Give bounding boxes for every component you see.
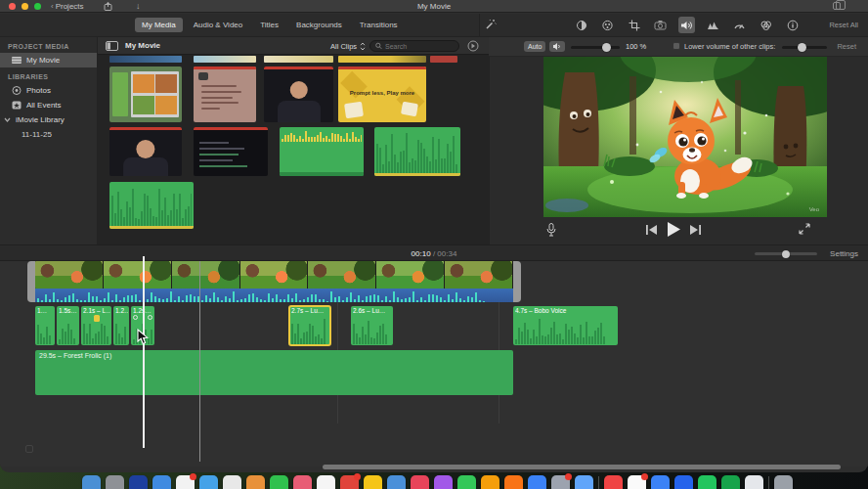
clip-filter-dropdown[interactable]: All Clips: [330, 42, 366, 51]
dock-app-icon[interactable]: [528, 475, 546, 489]
media-thumb-presenter[interactable]: [264, 67, 333, 122]
dock-app-icon[interactable]: [745, 475, 763, 489]
tab-backgrounds[interactable]: Backgrounds: [289, 18, 349, 32]
media-thumb-audio-3[interactable]: [109, 182, 194, 229]
sidebar-item-photos[interactable]: Photos: [0, 83, 97, 98]
dock-app-icon[interactable]: [457, 475, 476, 489]
next-button[interactable]: [690, 225, 701, 235]
sidebar-item-imovie-library[interactable]: iMovie Library: [0, 112, 97, 127]
volume-tool-icon[interactable]: [678, 17, 695, 33]
search-input[interactable]: [385, 43, 454, 50]
timeline-settings-button[interactable]: Settings: [830, 249, 858, 258]
sidebar-item-my-movie[interactable]: My Movie: [0, 53, 97, 67]
media-thumb-document[interactable]: [194, 67, 256, 122]
timeline-zoom-slider[interactable]: [755, 252, 817, 255]
video-clip-audio-waveform[interactable]: [35, 289, 513, 302]
clip-strip[interactable]: [109, 56, 182, 63]
media-thumb-presenter-2[interactable]: [109, 127, 182, 176]
media-thumb-slide[interactable]: Prompt less, Play more: [338, 67, 426, 122]
dock-app-icon[interactable]: [481, 475, 499, 489]
media-thumb-screenshot-grid[interactable]: [109, 67, 182, 122]
timeline-playhead[interactable]: [143, 256, 145, 448]
clip-filter-icon[interactable]: [758, 17, 774, 33]
tab-transitions[interactable]: Transitions: [353, 18, 405, 32]
color-balance-icon[interactable]: [573, 17, 589, 33]
dock-app-icon[interactable]: [82, 475, 101, 489]
dock-app-icon[interactable]: [129, 475, 148, 489]
dock-app-icon[interactable]: [293, 475, 312, 489]
timeline-audio-clip[interactable]: 2.6s – Lu…: [351, 306, 393, 345]
dock-app-icon[interactable]: [575, 475, 593, 489]
dock-app-icon[interactable]: [434, 475, 453, 489]
timeline-scrollbar[interactable]: [323, 465, 841, 469]
dock-app-icon[interactable]: [246, 475, 265, 489]
windows-icon[interactable]: [833, 2, 841, 10]
stabilization-icon[interactable]: [652, 17, 669, 33]
timeline-audio-clip[interactable]: 4.7s – Bobo Voice: [513, 306, 618, 345]
ducking-slider-knob[interactable]: [798, 43, 806, 52]
media-thumb-terminal[interactable]: [194, 127, 268, 176]
timeline-audio-clip[interactable]: 2.1s – L…: [81, 306, 111, 345]
dock-app-icon[interactable]: [698, 475, 716, 489]
timeline-zoom-knob[interactable]: [782, 250, 790, 258]
dock-app-icon[interactable]: [628, 475, 646, 489]
tab-audio-video[interactable]: Audio & Video: [187, 18, 250, 32]
dock-app-icon[interactable]: [223, 475, 241, 489]
timeline-skimmer[interactable]: [199, 261, 200, 462]
continuous-playback-icon[interactable]: [467, 40, 479, 52]
clip-trim-handle-left[interactable]: [27, 261, 35, 302]
dock-app-icon[interactable]: [651, 475, 670, 489]
dock-app-icon[interactable]: [411, 475, 429, 489]
voiceover-mic-icon[interactable]: [546, 223, 556, 237]
sidebar-item-event-date[interactable]: 11-11-25: [0, 127, 97, 142]
dock-app-icon[interactable]: [340, 475, 359, 489]
timeline-audio-clip[interactable]: 2.7s – Lu…: [289, 306, 330, 345]
tab-my-media[interactable]: My Media: [135, 18, 183, 32]
color-correction-icon[interactable]: [599, 17, 616, 33]
fullscreen-icon[interactable]: [799, 223, 810, 235]
dock-app-icon[interactable]: [176, 475, 195, 489]
noise-reduction-icon[interactable]: [705, 17, 721, 33]
dock-app-icon[interactable]: [152, 475, 171, 489]
timeline-audio-clip[interactable]: 1…: [35, 306, 55, 345]
dock-app-icon[interactable]: [774, 475, 793, 489]
volume-slider[interactable]: [571, 46, 620, 49]
video-clip-filmstrip[interactable]: [35, 261, 513, 289]
music-clip[interactable]: 29.5s – Forest Frolic (1): [35, 350, 513, 395]
clip-strip[interactable]: [194, 56, 256, 63]
reset-all-button[interactable]: Reset All: [829, 21, 858, 29]
info-icon[interactable]: [784, 17, 801, 33]
auto-volume-button[interactable]: Auto: [524, 41, 545, 52]
crop-icon[interactable]: [626, 17, 642, 33]
dock-app-icon[interactable]: [270, 475, 288, 489]
dock-app-icon[interactable]: [674, 475, 693, 489]
dock-app-icon[interactable]: [364, 475, 382, 489]
timeline-audio-clip[interactable]: 1.5s…: [57, 306, 79, 345]
dock-app-icon[interactable]: [551, 475, 570, 489]
dock-app-icon[interactable]: [721, 475, 740, 489]
sidebar-item-all-events[interactable]: All Events: [0, 98, 97, 112]
tab-titles[interactable]: Titles: [253, 18, 285, 32]
dock-app-icon[interactable]: [604, 475, 623, 489]
media-thumb-audio-1[interactable]: [280, 127, 364, 176]
dock-app-icon[interactable]: [317, 475, 335, 489]
ducking-slider[interactable]: [782, 46, 827, 49]
volume-reset-button[interactable]: Reset: [837, 42, 856, 51]
enhance-wand-icon[interactable]: [485, 19, 497, 30]
previous-button[interactable]: [646, 225, 657, 235]
dock-app-icon[interactable]: [387, 475, 406, 489]
dock-app-icon[interactable]: [106, 475, 124, 489]
sidebar-toggle-icon[interactable]: [106, 41, 118, 51]
timeline-audio-clip[interactable]: 1.2…: [113, 306, 129, 345]
clip-strip[interactable]: [338, 56, 426, 63]
lower-volume-checkbox[interactable]: [673, 42, 680, 50]
volume-slider-knob[interactable]: [602, 43, 611, 52]
media-thumb-audio-2[interactable]: [374, 127, 460, 176]
speed-icon[interactable]: [731, 17, 748, 33]
clip-trim-handle-right[interactable]: [513, 261, 521, 302]
dock-app-icon[interactable]: [199, 475, 218, 489]
play-button[interactable]: [668, 222, 680, 237]
mute-button[interactable]: [549, 41, 565, 52]
clip-strip[interactable]: [264, 56, 333, 63]
clip-strip[interactable]: [430, 56, 457, 63]
